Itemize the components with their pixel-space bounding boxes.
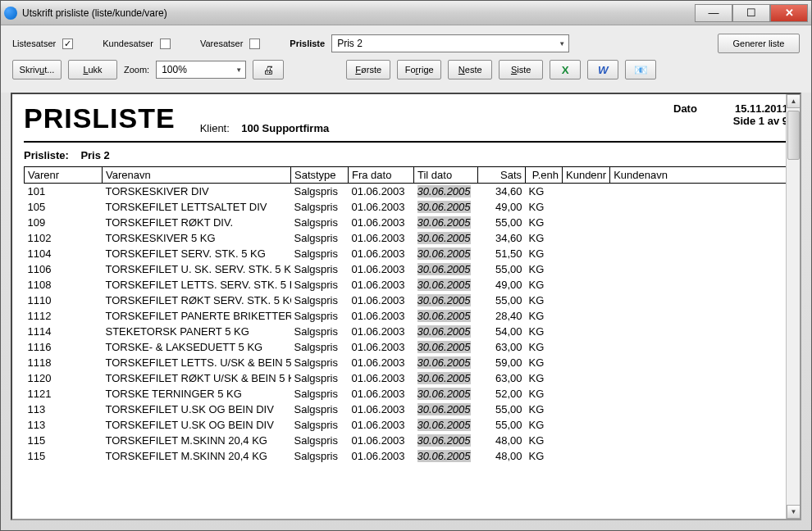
neste-button[interactable]: Neste [448,60,492,79]
table-row: 105TORSKEFILET LETTSALTET DIVSalgspris01… [25,199,788,215]
cell-kundenr [563,355,610,370]
cell-tildato: 30.06.2005 [414,308,478,324]
zoom-value: 100% [162,64,187,75]
table-row: 1108TORSKEFILET LETTS. SERV. STK. 5 KSal… [25,277,788,293]
zoom-combo[interactable]: 100% [156,61,246,79]
report-content: PRISLISTE Klient: 100 Supportfirma Dato … [12,94,800,472]
cell-kundenr [563,261,610,277]
cell-satstype: Salgspris [291,324,349,339]
varesatser-checkbox[interactable] [249,39,260,49]
cell-tildato: 30.06.2005 [414,230,478,246]
cell-satstype: Salgspris [291,308,349,324]
cell-tildato: 30.06.2005 [414,261,478,277]
cell-fradato: 01.06.2003 [349,277,414,293]
report-prisliste-value: Pris 2 [80,149,109,161]
col-fradato: Fra dato [349,167,414,184]
cell-kundenr [563,448,610,464]
kundesatser-checkbox[interactable] [160,39,171,49]
maximize-button[interactable]: ☐ [732,4,770,22]
cell-satstype: Salgspris [291,277,349,293]
minimize-button[interactable]: — [695,4,732,22]
close-button[interactable]: ✕ [770,4,808,22]
cell-penh: KG [526,308,563,324]
cell-kundenr [563,246,610,261]
cell-varenavn: STEKETORSK PANERT 5 KG [103,324,291,339]
cell-penh: KG [526,215,563,230]
cell-sats: 63,00 [478,370,526,386]
excel-export-button[interactable]: X [550,60,581,79]
cell-varenr: 115 [25,433,103,448]
cell-varenr: 101 [25,184,103,200]
report-meta: Dato 15.11.2011 Side 1 av 9 [673,102,788,127]
cell-sats: 48,00 [478,448,526,464]
mail-export-button[interactable]: 📧 [625,60,656,79]
cell-tildato: 30.06.2005 [414,339,478,355]
scroll-up-arrow[interactable]: ▲ [787,94,801,108]
cell-penh: KG [526,246,563,261]
cell-varenavn: TORSKESKIVER 5 KG [103,230,291,246]
prisliste-combo[interactable]: Pris 2 [331,34,569,52]
report-area: PRISLISTE Klient: 100 Supportfirma Dato … [11,93,801,520]
skriv-ut-button[interactable]: Skriv ut... [12,60,62,79]
cell-kundenavn [610,308,788,324]
printer-icon: 🖨 [263,64,274,76]
vertical-scrollbar[interactable]: ▲ ▼ [786,94,800,519]
cell-satstype: Salgspris [291,199,349,215]
cell-satstype: Salgspris [291,339,349,355]
cell-penh: KG [526,448,563,464]
table-row: 1121TORSKE TERNINGER 5 KGSalgspris01.06.… [25,386,788,402]
cell-varenr: 1114 [25,324,103,339]
cell-kundenavn [610,199,788,215]
window-title: Utskrift prisliste (liste/kunde/vare) [22,7,695,19]
cell-varenavn: TORSKEFILET RØKT U/SK & BEIN 5 K [103,370,291,386]
generer-liste-button[interactable]: Generer liste [718,34,800,53]
cell-kundenr [563,402,610,417]
cell-sats: 48,00 [478,433,526,448]
word-export-button[interactable]: W [587,60,618,79]
forrige-button[interactable]: Forrige [397,60,441,79]
siste-button[interactable]: Siste [499,60,543,79]
cell-varenavn: TORSKEFILET LETTS. U/SK & BEIN 5 [103,355,291,370]
dato-label: Dato [673,102,706,115]
cell-varenr: 1118 [25,355,103,370]
cell-varenavn: TORSKEFILET RØKT DIV. [103,215,291,230]
cell-penh: KG [526,261,563,277]
cell-fradato: 01.06.2003 [349,215,414,230]
cell-kundenavn [610,355,788,370]
table-row: 1104TORSKEFILET SERV. STK. 5 KGSalgspris… [25,246,788,261]
col-varenavn: Varenavn [103,167,291,184]
cell-kundenavn [610,386,788,402]
cell-penh: KG [526,370,563,386]
col-kundenavn: Kundenavn [610,167,788,184]
cell-fradato: 01.06.2003 [349,448,414,464]
titlebar: Utskrift prisliste (liste/kunde/vare) — … [1,1,811,25]
cell-satstype: Salgspris [291,246,349,261]
cell-penh: KG [526,386,563,402]
listesatser-label: Listesatser [12,39,56,48]
zoom-label: Zoom: [124,65,149,75]
cell-varenavn: TORSKEFILET SERV. STK. 5 KG [103,246,291,261]
cell-varenavn: TORSKEFILET M.SKINN 20,4 KG [103,448,291,464]
cell-kundenr [563,277,610,293]
cell-varenavn: TORSKE TERNINGER 5 KG [103,386,291,402]
cell-satstype: Salgspris [291,370,349,386]
cell-varenr: 1120 [25,370,103,386]
listesatser-checkbox[interactable] [62,39,73,49]
forste-button[interactable]: Første [346,60,390,79]
scroll-down-arrow[interactable]: ▼ [787,505,801,519]
cell-satstype: Salgspris [291,293,349,308]
scroll-thumb[interactable] [787,111,800,160]
cell-penh: KG [526,402,563,417]
cell-tildato: 30.06.2005 [414,293,478,308]
excel-icon: X [562,64,569,76]
lukk-button[interactable]: Lukk [68,60,117,79]
cell-tildato: 30.06.2005 [414,448,478,464]
prisliste-label: Prisliste [290,39,325,48]
word-icon: W [598,64,609,76]
print-icon-button[interactable]: 🖨 [253,60,284,79]
prisliste-line: Prisliste: Pris 2 [24,149,788,161]
cell-varenr: 1108 [25,277,103,293]
cell-varenavn: TORSKEFILET LETTS. SERV. STK. 5 K [103,277,291,293]
cell-tildato: 30.06.2005 [414,355,478,370]
cell-fradato: 01.06.2003 [349,184,414,200]
